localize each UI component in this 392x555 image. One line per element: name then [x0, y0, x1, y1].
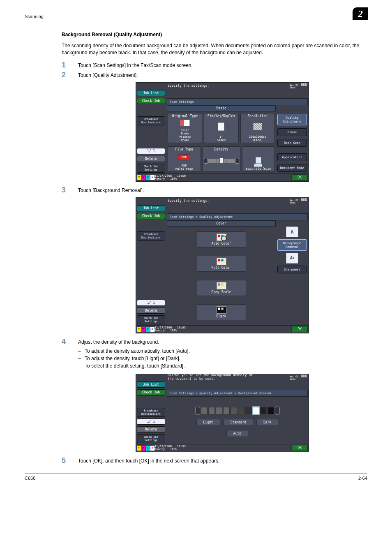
page-indicator: 1/ 1 [137, 148, 165, 154]
label: Separate Scan [243, 167, 274, 171]
check-job-button[interactable]: Check Job [137, 98, 165, 104]
memory-value: 100% [170, 329, 177, 332]
no-of-sets-value: 000 [301, 375, 307, 378]
auto-color-button[interactable]: Auto Color [197, 231, 246, 247]
black-icon [217, 306, 226, 314]
background-removal-button[interactable]: Background Removal [277, 239, 307, 251]
timestamp-time: 19:50 [177, 174, 186, 178]
step-text: Touch [Quality Adjustment]. [78, 72, 367, 78]
step-text: Adjust the density of the background. [78, 339, 367, 345]
label: Density [204, 148, 239, 151]
ok-button[interactable]: OK [291, 445, 308, 451]
separate-scan-button[interactable]: Separate Scan [242, 146, 275, 172]
content: Background Removal (Quality Adjustment) … [25, 23, 367, 464]
prompt-text: Specify the settings. [168, 199, 290, 203]
full-color-button[interactable]: Full Color [197, 256, 246, 272]
page-indicator: 1/ 1 [137, 300, 165, 306]
tab-basic[interactable]: Basic [167, 105, 276, 111]
label: File Type [169, 148, 200, 151]
job-list-button[interactable]: Job List [137, 382, 165, 388]
memory-label: Memory [154, 329, 165, 332]
screenshot-background-removal: Allows you to set the background density… [136, 374, 309, 452]
prompt-text: Specify the settings. [168, 84, 290, 88]
step-text: Touch [Background Removal]. [78, 187, 367, 193]
application-button[interactable]: Application [277, 153, 307, 161]
erase-button[interactable]: Erase [277, 128, 307, 136]
step-list: 1 Touch [Scan Settings] in the Fax/Scan … [62, 62, 367, 464]
delete-button[interactable]: Delete [137, 308, 165, 314]
delete-button[interactable]: Delete [137, 426, 165, 432]
resolution-icon [253, 123, 262, 130]
no-of-sets-value: 000 [301, 198, 307, 202]
memory-label: Memory [154, 177, 165, 180]
full-color-icon [217, 258, 226, 265]
no-of-sets-label: No. Of Sets [290, 84, 299, 89]
simplex-duplex-button[interactable]: Simplex/Duplex 1- Sided [204, 113, 238, 143]
book-scan-button[interactable]: Book Scan [277, 139, 307, 147]
auto-color-icon [217, 234, 226, 241]
section-name: Scanning [25, 14, 44, 20]
screenshot-quality-adjustment: Specify the settings. No. Of Sets 000 Jo… [136, 197, 309, 333]
step-number: 1 [62, 61, 74, 69]
screenshot-scan-settings: Specify the settings. No. Of Sets 000 Jo… [136, 82, 309, 182]
check-job-button[interactable]: Check Job [137, 389, 165, 395]
light-button[interactable]: Light [196, 419, 220, 426]
no-of-sets-value: 000 [301, 83, 307, 87]
check-job-button[interactable]: Check Job [137, 213, 165, 219]
section-heading: Background Removal (Quality Adjustment) [62, 32, 367, 37]
gray-scale-button[interactable]: Gray Scale [197, 280, 246, 296]
check-job-settings-button[interactable]: Check Job Settings [137, 315, 165, 324]
auto-button[interactable]: Auto [226, 430, 248, 437]
step-2: 2 Touch [Quality Adjustment]. Specify th… [62, 72, 367, 182]
density-slider[interactable] [195, 407, 280, 415]
quality-adjustment-button[interactable]: Quality Adjustment [277, 114, 307, 125]
broadcast-dest-label: Broadcast Destinations [137, 231, 165, 240]
sharpness-button[interactable]: Sharpness [277, 266, 307, 273]
page-footer: C650 2-64 [25, 474, 367, 481]
check-job-settings-button[interactable]: Check Job Settings [137, 164, 165, 173]
ok-button[interactable]: OK [291, 326, 308, 332]
standard-button[interactable]: Standard [224, 419, 254, 426]
slider-left-cap-icon [195, 407, 200, 415]
page: Scanning 2 Background Removal (Quality A… [0, 0, 392, 555]
sharpness-aa-icon: AA [286, 253, 298, 264]
original-type-button[interactable]: Original Type Text/ Photo Printed Photo [168, 113, 202, 143]
dark-button[interactable]: Dark [256, 419, 278, 426]
job-list-button[interactable]: Job List [137, 205, 165, 211]
intro-paragraph: The scanning density of the document bac… [62, 42, 367, 57]
label: Simplex/Duplex [205, 114, 237, 118]
label: Resolution [242, 114, 274, 118]
file-type-button[interactable]: File Type PDF PDF Multi Page [168, 146, 201, 172]
check-job-settings-button[interactable]: Check Job Settings [137, 434, 165, 443]
ok-button[interactable]: OK [291, 174, 308, 180]
breadcrumb: Scan Settings > Quality Adjustment [167, 213, 308, 220]
step-number: 2 [62, 71, 74, 79]
memory-value: 100% [170, 448, 177, 451]
toner-levels-icon: YMCK [137, 446, 154, 451]
step-text: Touch [Scan Settings] in the Fax/Scan mo… [78, 62, 367, 68]
prompt-text: Allows you to set the background density… [168, 374, 290, 381]
step-number: 3 [62, 186, 74, 194]
step-1: 1 Touch [Scan Settings] in the Fax/Scan … [62, 62, 367, 68]
sublabel: Text/ Photo Printed Photo [169, 129, 201, 142]
delete-button[interactable]: Delete [137, 156, 165, 162]
step-number: 4 [62, 338, 74, 346]
label: Gray Scale [211, 290, 231, 294]
page-indicator: 1/ 1 [137, 419, 165, 425]
label: Black [216, 314, 226, 318]
density-button[interactable]: Density [203, 146, 240, 172]
tab-color[interactable]: Color [167, 220, 276, 227]
step-5: 5 Touch [OK], and then touch [OK] in the… [62, 458, 367, 464]
resolution-button[interactable]: Resolution 200x200dpi (Fine) [240, 113, 275, 143]
job-list-button[interactable]: Job List [137, 90, 165, 96]
page-icon [218, 123, 224, 131]
broadcast-dest-label: Broadcast Destinations [137, 408, 165, 417]
black-button[interactable]: Black [197, 304, 246, 320]
document-name-button[interactable]: Document Name [277, 164, 307, 172]
label: Auto Color [211, 242, 231, 245]
photo-text-icon [180, 120, 190, 126]
sublabel: PDF Multi Page [169, 164, 200, 171]
step-3: 3 Touch [Background Removal]. Specify th… [62, 187, 367, 333]
letter-a-icon: A [286, 227, 298, 237]
step-number: 5 [62, 456, 74, 465]
